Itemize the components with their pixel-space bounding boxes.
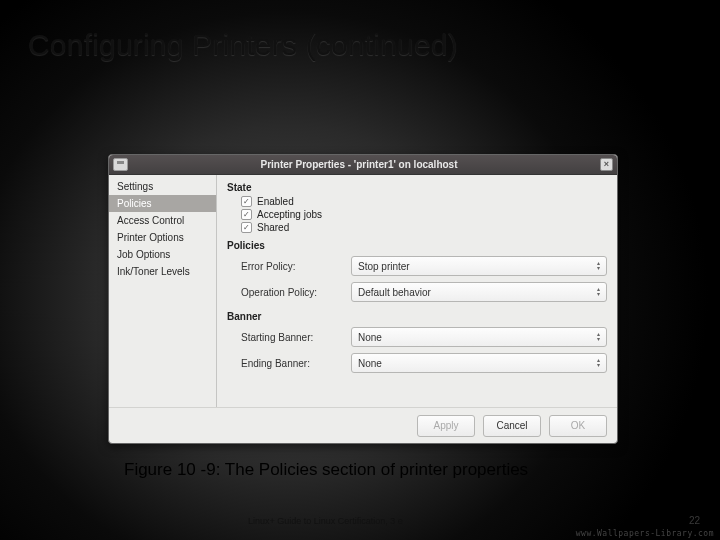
operation-policy-label: Operation Policy: [241, 287, 351, 298]
error-policy-label: Error Policy: [241, 261, 351, 272]
checkbox-shared-label: Shared [257, 222, 289, 233]
checkbox-accepting-jobs[interactable]: ✓ [241, 209, 252, 220]
sidebar-item-ink-toner[interactable]: Ink/Toner Levels [109, 263, 216, 280]
starting-banner-value: None [358, 332, 382, 343]
sidebar-item-access-control[interactable]: Access Control [109, 212, 216, 229]
slide-title: Configuring Printers (continued) [28, 28, 458, 62]
printer-properties-dialog: Printer Properties - 'printer1' on local… [108, 154, 618, 444]
ending-banner-select[interactable]: None ▴▾ [351, 353, 607, 373]
checkbox-shared[interactable]: ✓ [241, 222, 252, 233]
dialog-footer: Apply Cancel OK [109, 407, 617, 443]
error-policy-select[interactable]: Stop printer ▴▾ [351, 256, 607, 276]
page-number: 22 [689, 515, 700, 526]
checkbox-enabled-label: Enabled [257, 196, 294, 207]
operation-policy-value: Default behavior [358, 287, 431, 298]
main-panel: State ✓ Enabled ✓ Accepting jobs ✓ Share… [217, 175, 617, 407]
ending-banner-value: None [358, 358, 382, 369]
ending-banner-label: Ending Banner: [241, 358, 351, 369]
starting-banner-label: Starting Banner: [241, 332, 351, 343]
watermark: www.Wallpapers-Library.com [576, 529, 714, 538]
checkbox-accepting-jobs-label: Accepting jobs [257, 209, 322, 220]
sidebar-item-job-options[interactable]: Job Options [109, 246, 216, 263]
chevron-updown-icon: ▴▾ [597, 358, 600, 368]
figure-caption: Figure 10 -9: The Policies section of pr… [124, 460, 528, 480]
book-reference: Linux+ Guide to Linux Certification, 3 e [248, 516, 403, 526]
section-banner-heading: Banner [227, 311, 607, 322]
starting-banner-select[interactable]: None ▴▾ [351, 327, 607, 347]
sidebar-item-printer-options[interactable]: Printer Options [109, 229, 216, 246]
window-title: Printer Properties - 'printer1' on local… [134, 159, 600, 170]
save-icon [113, 158, 128, 171]
apply-button[interactable]: Apply [417, 415, 475, 437]
cancel-button[interactable]: Cancel [483, 415, 541, 437]
sidebar-item-settings[interactable]: Settings [109, 178, 216, 195]
checkbox-enabled[interactable]: ✓ [241, 196, 252, 207]
section-policies-heading: Policies [227, 240, 607, 251]
ok-button[interactable]: OK [549, 415, 607, 437]
titlebar: Printer Properties - 'printer1' on local… [109, 155, 617, 175]
sidebar-item-policies[interactable]: Policies [109, 195, 216, 212]
close-button[interactable]: × [600, 158, 613, 171]
error-policy-value: Stop printer [358, 261, 410, 272]
chevron-updown-icon: ▴▾ [597, 332, 600, 342]
section-state-heading: State [227, 182, 607, 193]
operation-policy-select[interactable]: Default behavior ▴▾ [351, 282, 607, 302]
chevron-updown-icon: ▴▾ [597, 261, 600, 271]
sidebar: Settings Policies Access Control Printer… [109, 175, 217, 407]
chevron-updown-icon: ▴▾ [597, 287, 600, 297]
